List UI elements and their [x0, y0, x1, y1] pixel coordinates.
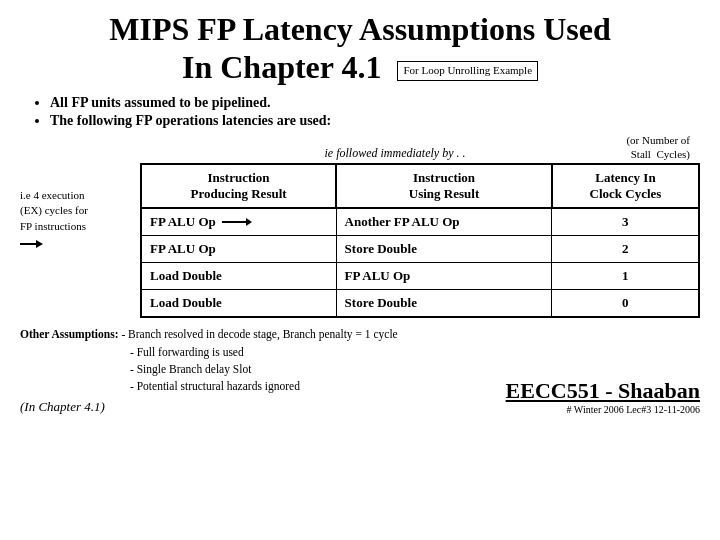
or-number-text: (or Number ofStall Cycles): [570, 133, 690, 162]
left-label: i.e 4 execution(EX) cycles forFP instruc…: [20, 188, 88, 234]
row-arrow-icon: [222, 216, 252, 228]
for-loop-badge: For Loop Unrolling Example: [397, 61, 538, 80]
svg-marker-1: [246, 218, 252, 226]
bullets-list: All FP units assumed to be pipelined. Th…: [50, 95, 700, 129]
assumption-3: - Single Branch delay Slot: [130, 363, 251, 375]
table-row: Load Double Store Double 0: [141, 290, 699, 318]
table-row: Load Double FP ALU Op 1: [141, 263, 699, 290]
eecc-title: EECC551 - Shaaban: [506, 378, 700, 404]
cell-producing-2: FP ALU Op: [141, 236, 336, 263]
title-line2: In Chapter 4.1: [182, 49, 381, 85]
cell-producing-1: FP ALU Op: [141, 208, 336, 236]
cell-producing-3: Load Double: [141, 263, 336, 290]
col-header-using: InstructionUsing Result: [336, 164, 552, 208]
cell-using-3: FP ALU Op: [336, 263, 552, 290]
table-row: FP ALU Op Another FP ALU Op 3: [141, 208, 699, 236]
main-title: MIPS FP Latency Assumptions Used In Chap…: [20, 10, 700, 87]
page: MIPS FP Latency Assumptions Used In Chap…: [0, 0, 720, 540]
cell-using-1: Another FP ALU Op: [336, 208, 552, 236]
other-assumptions: Other Assumptions: - Branch resolved in …: [20, 326, 398, 395]
col-header-producing: InstructionProducing Result: [141, 164, 336, 208]
left-label-wrapper: i.e 4 execution(EX) cycles forFP instruc…: [20, 133, 140, 319]
eecc-block: EECC551 - Shaaban # Winter 2006 Lec#3 12…: [506, 378, 700, 415]
bullet-2: The following FP operations latencies ar…: [50, 113, 700, 129]
left-arrow: [20, 240, 43, 248]
arrow-head: [36, 240, 43, 248]
arrow-line: [20, 243, 36, 245]
assumption-2: - Full forwarding is used: [130, 346, 244, 358]
main-table-area: ie followed immediately by . . (or Numbe…: [140, 133, 700, 319]
cell-latency-4: 0: [552, 290, 699, 318]
cell-using-2: Store Double: [336, 236, 552, 263]
bottom-section: Other Assumptions: - Branch resolved in …: [20, 326, 700, 415]
latency-table: InstructionProducing Result InstructionU…: [140, 163, 700, 318]
cell-using-4: Store Double: [336, 290, 552, 318]
in-chapter: (In Chapter 4.1): [20, 399, 398, 415]
col-header-latency: Latency InClock Cycles: [552, 164, 699, 208]
cell-latency-3: 1: [552, 263, 699, 290]
title-line1: MIPS FP Latency Assumptions Used: [109, 11, 610, 47]
ie-followed-row: ie followed immediately by . . (or Numbe…: [140, 133, 700, 162]
cell-producing-4: Load Double: [141, 290, 336, 318]
other-assumptions-block: Other Assumptions: - Branch resolved in …: [20, 326, 398, 415]
title-block: MIPS FP Latency Assumptions Used In Chap…: [20, 10, 700, 87]
other-assumptions-label: Other Assumptions:: [20, 328, 119, 340]
ie-followed-text: ie followed immediately by . .: [220, 146, 570, 161]
bullet-1: All FP units assumed to be pipelined.: [50, 95, 700, 111]
table-row: FP ALU Op Store Double 2: [141, 236, 699, 263]
assumption-1: - Branch resolved in decode stage, Branc…: [121, 328, 397, 340]
cell-latency-1: 3: [552, 208, 699, 236]
assumption-4: - Potential structural hazards ignored: [130, 380, 300, 392]
cell-latency-2: 2: [552, 236, 699, 263]
eecc-subtitle: # Winter 2006 Lec#3 12-11-2006: [506, 404, 700, 415]
table-header-row: InstructionProducing Result InstructionU…: [141, 164, 699, 208]
